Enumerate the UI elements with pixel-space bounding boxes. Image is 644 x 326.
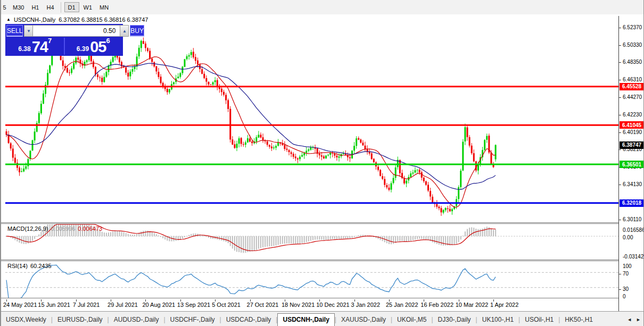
timeframe-button-h4[interactable]: H4 xyxy=(43,2,57,12)
volume-increase-icon[interactable]: ▲ xyxy=(120,25,129,37)
toolbar-separator xyxy=(61,2,61,13)
chart-tab-hk50-h1[interactable]: HK50-,H1 xyxy=(560,314,598,326)
rsi-axis-label: 0 xyxy=(623,294,626,299)
price-level-badge: 6.41045 xyxy=(620,121,644,129)
one-click-trading-panel: SELL ▼ ▲ BUY 6.38 74 7 6.39 05 6 xyxy=(5,24,123,56)
volume-decrease-icon[interactable]: ▼ xyxy=(24,25,33,37)
buy-button[interactable]: BUY xyxy=(130,25,144,37)
macd-label: MACD(12,26,9) 0.005996 0.006473 xyxy=(7,225,102,232)
buy-price-sup: 6 xyxy=(106,38,110,44)
date-label: 3 Jan 2022 xyxy=(351,302,380,308)
buy-price-small: 6.39 xyxy=(77,44,89,54)
date-label: 10 Mar 2022 xyxy=(456,302,489,308)
timeframe-button-h1[interactable]: H1 xyxy=(28,2,42,12)
chart-tab-bar: USDX,Weekly|EURUSD-,Daily|AUDUSD-,Daily|… xyxy=(1,311,644,326)
price-axis[interactable]: 6.523706.503306.483506.463106.442706.422… xyxy=(618,16,644,313)
date-label: 5 Oct 2021 xyxy=(212,302,241,308)
buy-price-big: 05 xyxy=(90,40,106,54)
date-label: 1 Apr 2022 xyxy=(490,302,518,308)
date-axis[interactable]: 24 May 202115 Jun 20217 Jul 202129 Jul 2… xyxy=(1,299,644,312)
macd-signal-value: 0.006473 xyxy=(78,225,102,232)
date-label: 25 Jan 2022 xyxy=(386,302,418,308)
date-label: 16 Feb 2022 xyxy=(420,302,453,308)
date-label: 13 Sep 2021 xyxy=(177,302,210,308)
chart-tab-usdcnh-daily[interactable]: USDCNH-,Daily xyxy=(277,313,334,326)
price-tick xyxy=(619,220,621,220)
sell-button[interactable]: SELL xyxy=(6,25,23,37)
timeframe-button-mn[interactable]: MN xyxy=(96,2,112,12)
sell-price-small: 6.38 xyxy=(18,44,30,54)
price-tick-label: 6.46310 xyxy=(623,77,642,82)
rsi-tick xyxy=(619,289,621,290)
date-label: 7 Jul 2021 xyxy=(73,302,100,308)
rsi-label: RSI(14) 60.2435 xyxy=(7,263,52,269)
sell-price-sup: 7 xyxy=(48,38,52,44)
date-label: 20 Aug 2021 xyxy=(142,302,175,308)
timeframe-button-w1[interactable]: W1 xyxy=(80,2,96,12)
macd-axis-label: 0.016586 xyxy=(623,227,644,233)
panel-separator[interactable] xyxy=(1,222,644,224)
price-tick-label: 6.52370 xyxy=(623,24,642,30)
price-tick xyxy=(619,62,621,63)
chart-window[interactable]: ▲ USDCNH-,Daily 6.37082 6.38815 6.36816 … xyxy=(1,14,644,326)
price-tick xyxy=(619,28,621,28)
buy-price[interactable]: 6.39 05 6 xyxy=(65,38,122,55)
volume-input[interactable] xyxy=(33,25,120,37)
price-tick-label: 6.34130 xyxy=(623,181,642,187)
chart-tab-eurusd-daily[interactable]: EURUSD-,Daily xyxy=(53,314,108,326)
timeframe-button-d1[interactable]: D1 xyxy=(64,2,79,12)
price-level-badge: 6.45528 xyxy=(620,83,644,90)
timeframe-button-5[interactable]: 5 xyxy=(2,2,9,12)
macd-axis-label: -0.031421 xyxy=(623,254,644,260)
price-level-badge: 6.38747 xyxy=(620,141,644,149)
timeframe-button-m30[interactable]: M30 xyxy=(10,2,27,12)
price-tick-label: 6.50330 xyxy=(623,42,642,48)
chart-tab-usdcad-daily[interactable]: USDCAD-,Daily xyxy=(221,314,276,326)
macd-axis-label: 0.00 xyxy=(623,235,633,240)
price-tick xyxy=(619,80,621,80)
price-tick-label: 6.44270 xyxy=(623,94,642,100)
timeframe-toolbar: 5M30H1H4D1W1MN xyxy=(1,0,644,15)
price-tick xyxy=(619,185,621,185)
price-tick xyxy=(619,132,621,133)
chart-tab-usdchf-daily[interactable]: USDCHF-,Daily xyxy=(166,314,220,326)
price-tick-label: 6.40190 xyxy=(623,129,642,135)
rsi-tick xyxy=(619,274,621,274)
rsi-axis-label: 30 xyxy=(623,286,629,292)
rsi-value: 60.2435 xyxy=(30,263,52,269)
rsi-panel[interactable] xyxy=(5,261,623,299)
chart-tab-usdx-weekly[interactable]: USDX,Weekly xyxy=(1,314,51,326)
chart-tab-audusd-daily[interactable]: AUDUSD-,Daily xyxy=(109,314,164,326)
chart-tab-uk100-h1[interactable]: UK100-,H1 xyxy=(477,314,518,326)
chart-tab-xauusd-daily[interactable]: XAUUSD-,Daily xyxy=(336,314,391,326)
rsi-axis-label: 100 xyxy=(623,263,632,269)
panel-separator[interactable] xyxy=(1,260,644,261)
chart-tab-usoil-h1[interactable]: USOil-,H1 xyxy=(520,314,558,326)
tab-next-icon[interactable]: ► xyxy=(636,317,641,322)
date-label: 29 Jul 2021 xyxy=(108,302,138,308)
tab-prev-icon[interactable]: ◄ xyxy=(627,317,632,322)
price-tick xyxy=(619,45,621,46)
date-label: 27 Oct 2021 xyxy=(247,302,279,308)
chart-tab-ukoil-m5[interactable]: UKOil-,M5 xyxy=(392,314,431,326)
price-level-badge: 6.32018 xyxy=(620,199,644,207)
date-label: 24 May 2021 xyxy=(3,302,37,308)
sell-price[interactable]: 6.38 74 7 xyxy=(6,38,64,55)
chart-tab-dj30-daily[interactable]: DJ30-,Daily xyxy=(433,314,476,326)
trading-terminal-window: 5M30H1H4D1W1MN ▲ USDCNH-,Daily 6.37082 6… xyxy=(0,0,644,326)
date-label: 18 Nov 2021 xyxy=(282,302,315,308)
date-label: 10 Dec 2021 xyxy=(316,302,349,308)
price-tick-label: 6.30110 xyxy=(623,216,641,222)
price-tick-label: 6.42230 xyxy=(623,112,642,118)
sell-price-big: 74 xyxy=(32,40,48,54)
price-level-badge: 6.36501 xyxy=(620,161,644,168)
rsi-axis-label: 70 xyxy=(623,271,629,277)
date-label: 15 Jun 2021 xyxy=(38,302,70,308)
macd-main-value: 0.005996 xyxy=(51,225,75,232)
price-tick xyxy=(619,97,621,98)
panel-separator xyxy=(1,298,644,299)
price-tick-label: 6.48350 xyxy=(623,59,642,65)
price-tick xyxy=(619,149,621,150)
price-tick xyxy=(619,115,621,115)
